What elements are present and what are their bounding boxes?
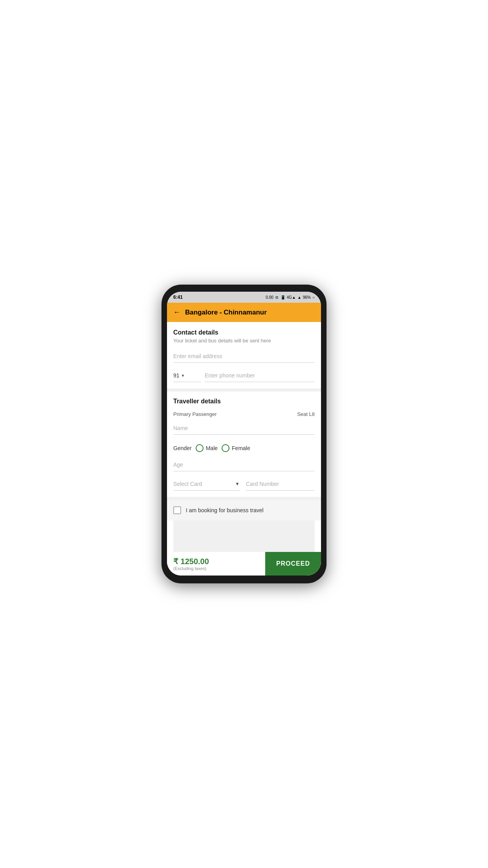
- status-icons: 0.00 ⯹ 📳 4G▲ ▲ 96% ○: [266, 295, 315, 300]
- female-radio-circle: [222, 444, 229, 452]
- nfc-icon: 📳: [281, 295, 285, 300]
- section-divider-2: [167, 497, 321, 500]
- passenger-label: Primary Passenger: [173, 411, 217, 417]
- select-card-dropdown[interactable]: Select Card ▼: [173, 478, 240, 491]
- contact-details-section: Contact details Your ticket and bus deta…: [173, 329, 315, 382]
- business-travel-checkbox[interactable]: [173, 506, 181, 514]
- section-divider: [167, 388, 321, 392]
- traveller-details-title: Traveller details: [173, 398, 315, 405]
- male-radio[interactable]: Male: [196, 444, 218, 452]
- main-content: Contact details Your ticket and bus deta…: [167, 322, 321, 552]
- phone-row: 91 ▼: [173, 369, 315, 382]
- price-amount: ₹ 1250.00: [173, 557, 259, 566]
- gender-row: Gender Male Female: [173, 444, 315, 452]
- bottom-bar: ₹ 1250.00 (Excluding taxes) PROCEED: [167, 552, 321, 576]
- price-note: (Excluding taxes): [173, 566, 259, 571]
- battery-percent: 96%: [303, 295, 311, 300]
- male-radio-circle: [196, 444, 204, 452]
- select-card-text: Select Card: [173, 481, 202, 487]
- data-speed-icon: 0.00: [266, 295, 273, 300]
- battery-icon: ○: [312, 295, 315, 300]
- female-label: Female: [232, 445, 250, 451]
- contact-details-title: Contact details: [173, 329, 315, 336]
- country-code-arrow-icon: ▼: [181, 373, 185, 378]
- country-code-text: 91: [173, 372, 180, 379]
- signal-icon: 4G▲: [287, 295, 296, 300]
- status-time: 6:41: [173, 294, 183, 300]
- country-code-dropdown[interactable]: 91 ▼: [173, 369, 201, 382]
- passenger-row: Primary Passenger Seat L8: [173, 411, 315, 417]
- gray-filler: [173, 520, 315, 552]
- female-radio[interactable]: Female: [222, 444, 250, 452]
- business-travel-label: I am booking for business travel: [186, 507, 264, 513]
- male-label: Male: [206, 445, 218, 451]
- price-value: 1250.00: [181, 557, 209, 566]
- nav-title: Bangalore - Chinnamanur: [185, 309, 267, 316]
- seat-info: Seat L8: [297, 411, 315, 417]
- wifi-icon: ▲: [297, 295, 301, 300]
- business-travel-section[interactable]: I am booking for business travel: [167, 500, 321, 520]
- currency-symbol: ₹: [173, 557, 178, 566]
- price-section: ₹ 1250.00 (Excluding taxes): [167, 552, 265, 576]
- back-icon[interactable]: ←: [173, 308, 180, 316]
- contact-details-subtitle: Your ticket and bus details will be sent…: [173, 338, 315, 344]
- card-number-input[interactable]: [246, 478, 315, 491]
- nav-bar: ← Bangalore - Chinnamanur: [167, 303, 321, 322]
- proceed-button[interactable]: PROCEED: [265, 552, 321, 576]
- gender-label: Gender: [173, 445, 192, 451]
- bluetooth-icon: ⯹: [275, 295, 279, 300]
- card-row: Select Card ▼: [173, 478, 315, 491]
- email-input[interactable]: [173, 350, 315, 363]
- phone-input[interactable]: [205, 369, 315, 382]
- select-card-arrow-icon: ▼: [235, 481, 240, 487]
- age-input[interactable]: [173, 458, 315, 471]
- traveller-details-section: Traveller details Primary Passenger Seat…: [167, 392, 321, 491]
- name-input[interactable]: [173, 422, 315, 435]
- status-bar: 6:41 0.00 ⯹ 📳 4G▲ ▲ 96% ○: [167, 292, 321, 303]
